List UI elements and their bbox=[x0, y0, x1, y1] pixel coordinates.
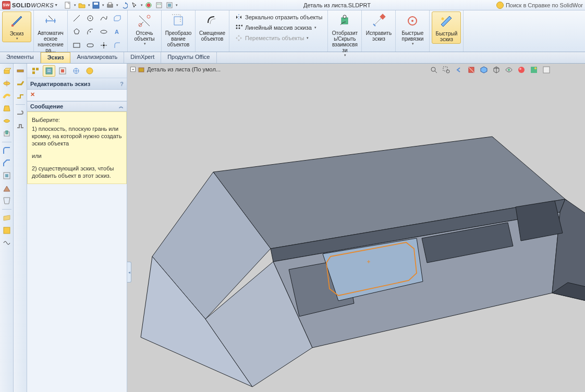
reference-axis-icon[interactable] bbox=[2, 225, 12, 236]
point-tool-icon[interactable] bbox=[98, 40, 109, 51]
rectangle3d-icon[interactable] bbox=[112, 13, 123, 24]
extrude-cut-icon[interactable] bbox=[2, 128, 12, 139]
feature-breadcrumb[interactable]: + Деталь из листа (По умол... bbox=[130, 66, 221, 73]
svg-rect-0 bbox=[65, 2, 70, 8]
curves-icon[interactable] bbox=[2, 238, 12, 248]
property-manager-tab-icon[interactable] bbox=[43, 65, 55, 77]
display-style-icon[interactable] bbox=[491, 65, 502, 75]
extrude-boss-icon[interactable] bbox=[2, 66, 12, 76]
reference-plane-icon[interactable] bbox=[2, 213, 12, 223]
property-manager: Редактировать эскиз ? ✕ Сообщение ︽ Выбе… bbox=[27, 64, 127, 392]
slot-tool-icon[interactable] bbox=[84, 40, 96, 51]
section-view-icon[interactable] bbox=[466, 65, 477, 75]
expand-icon[interactable]: + bbox=[130, 67, 136, 72]
rib-icon[interactable] bbox=[2, 183, 12, 193]
quick-snaps-button[interactable]: Быстрые привязки ▾ bbox=[398, 11, 427, 47]
swept-boss-icon[interactable] bbox=[2, 91, 12, 101]
svg-point-52 bbox=[508, 69, 510, 71]
miter-flange-icon[interactable] bbox=[15, 91, 26, 101]
message-section-header[interactable]: Сообщение ︽ bbox=[27, 101, 127, 112]
dimxpert-tab-icon[interactable] bbox=[70, 65, 82, 77]
tab-office[interactable]: Продукты Office bbox=[161, 52, 216, 63]
app-name: SOLIDWORKS bbox=[12, 2, 54, 9]
trim-button[interactable]: Отсечь объекты ▾ bbox=[130, 11, 159, 47]
loft-boss-icon[interactable] bbox=[2, 103, 12, 114]
previous-view-icon[interactable] bbox=[454, 65, 464, 75]
text-tool-icon[interactable]: A bbox=[112, 26, 123, 38]
repair-sketch-button[interactable]: Исправить эскиз bbox=[364, 11, 393, 43]
tab-sketch[interactable]: Эскиз bbox=[41, 52, 71, 63]
logo-dropdown-icon[interactable]: ▼ bbox=[54, 3, 58, 7]
polygon-tool-icon[interactable] bbox=[71, 26, 82, 38]
line-tool-icon[interactable] bbox=[71, 13, 82, 24]
help-search[interactable]: Поиск в Справке по SolidWor bbox=[496, 2, 585, 9]
appearance-icon[interactable] bbox=[516, 65, 527, 75]
fillet-tool-icon[interactable] bbox=[112, 40, 123, 51]
svg-rect-37 bbox=[5, 174, 8, 177]
shell-icon[interactable] bbox=[2, 170, 12, 181]
chamfer-icon[interactable] bbox=[2, 158, 12, 168]
spline-tool-icon[interactable] bbox=[98, 13, 109, 24]
scene-icon[interactable] bbox=[529, 65, 539, 75]
svg-point-20 bbox=[103, 44, 105, 46]
tab-dimxpert[interactable]: DimXpert bbox=[124, 52, 161, 63]
svg-point-29 bbox=[343, 15, 346, 18]
svg-rect-18 bbox=[74, 43, 80, 47]
trim-icon bbox=[136, 13, 153, 29]
offset-icon bbox=[204, 13, 221, 29]
circle-tool-icon[interactable] bbox=[84, 13, 96, 24]
zoom-area-icon[interactable] bbox=[441, 65, 452, 75]
close-icon[interactable]: ✕ bbox=[30, 91, 39, 100]
display-relations-button[interactable]: Отобразить/Скрыть взаимосвязи ▾ bbox=[330, 11, 359, 58]
svg-point-48 bbox=[431, 67, 435, 71]
ellipse-tool-icon[interactable] bbox=[98, 26, 109, 38]
view-settings-icon[interactable] bbox=[541, 65, 552, 75]
rapid-sketch-button[interactable]: Быстрый эскиз bbox=[432, 11, 461, 44]
appearances-tab-icon[interactable] bbox=[83, 65, 96, 77]
mirror-entities-button[interactable]: Зеркально отразить объекты bbox=[233, 13, 324, 22]
jog-icon[interactable] bbox=[15, 120, 26, 131]
new-file-icon[interactable] bbox=[63, 1, 72, 10]
revolve-boss-icon[interactable] bbox=[2, 78, 12, 89]
arc-tool-icon[interactable] bbox=[84, 26, 96, 38]
command-tabs: Элементы Эскиз Анализировать DimXpert Пр… bbox=[0, 52, 585, 64]
svg-rect-41 bbox=[36, 68, 39, 70]
open-file-icon[interactable] bbox=[77, 1, 87, 10]
zoom-fit-icon[interactable] bbox=[429, 65, 439, 75]
rapid-sketch-icon bbox=[438, 13, 455, 30]
svg-point-46 bbox=[87, 68, 93, 74]
screen-capture-icon[interactable] bbox=[165, 1, 174, 10]
save-icon[interactable] bbox=[91, 1, 101, 10]
boundary-icon[interactable] bbox=[2, 116, 12, 126]
edge-flange-icon[interactable] bbox=[15, 78, 26, 89]
print-icon[interactable] bbox=[105, 1, 115, 10]
3d-model[interactable] bbox=[132, 95, 585, 392]
help-icon[interactable]: ? bbox=[120, 81, 124, 87]
svg-rect-4 bbox=[108, 3, 112, 5]
svg-rect-38 bbox=[4, 227, 10, 234]
tab-evaluate[interactable]: Анализировать bbox=[70, 52, 124, 63]
fillet-feature-icon[interactable] bbox=[2, 145, 12, 156]
rebuild-icon[interactable] bbox=[144, 1, 153, 10]
graphics-viewport[interactable]: + Деталь из листа (По умол... ◂ bbox=[127, 64, 585, 392]
tab-features[interactable]: Элементы bbox=[0, 52, 41, 63]
view-orientation-icon[interactable] bbox=[479, 65, 489, 75]
ribbon: Эскиз ▾ Автоматическое нанесение ра... ▾… bbox=[0, 10, 585, 52]
smart-dimension-button[interactable]: Автоматическое нанесение ра... ▾ bbox=[36, 11, 65, 58]
svg-point-8 bbox=[157, 4, 159, 5]
draft-icon[interactable] bbox=[2, 195, 12, 206]
undo-icon[interactable] bbox=[119, 1, 129, 10]
config-tab-icon[interactable] bbox=[56, 65, 69, 77]
rectangle-tool-icon[interactable] bbox=[71, 40, 82, 51]
offset-entities-button[interactable]: Смещение объектов bbox=[198, 11, 227, 43]
base-flange-icon[interactable] bbox=[15, 66, 26, 76]
linear-pattern-button[interactable]: Линейный массив эскиза▾ bbox=[233, 23, 324, 32]
convert-entities-button[interactable]: Преобразование объектов bbox=[164, 11, 193, 48]
sketch-button[interactable]: Эскиз ▾ bbox=[2, 11, 31, 42]
panel-collapse-handle[interactable]: ◂ bbox=[127, 262, 131, 283]
hide-show-icon[interactable] bbox=[504, 65, 514, 75]
hem-icon[interactable] bbox=[15, 108, 26, 118]
feature-tree-tab-icon[interactable] bbox=[29, 65, 42, 77]
options-icon[interactable] bbox=[154, 1, 164, 10]
select-arrow-icon[interactable] bbox=[130, 1, 139, 10]
